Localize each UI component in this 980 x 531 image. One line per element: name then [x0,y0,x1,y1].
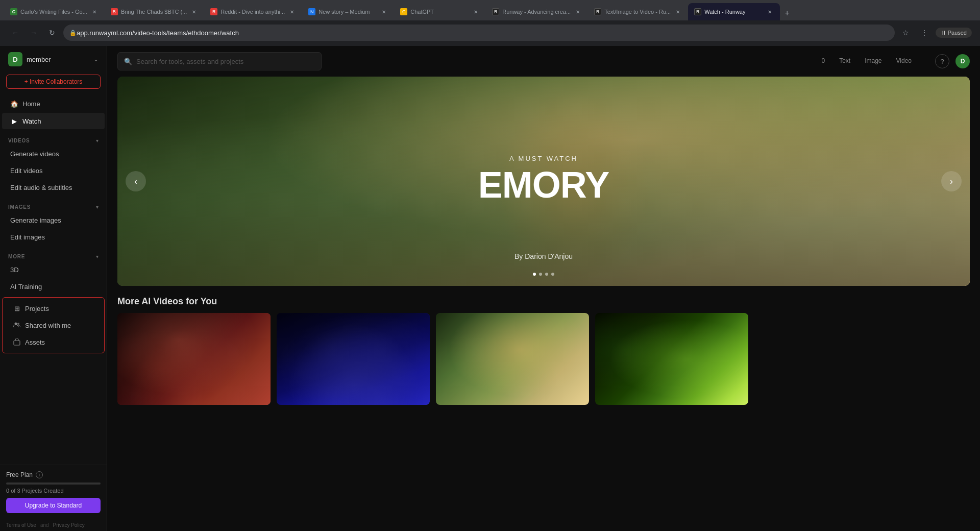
search-box[interactable]: 🔍 [117,52,322,70]
forward-button[interactable]: → [27,26,41,40]
user-avatar[interactable]: D [955,54,970,68]
videos-section-header: VIDEOS ▾ [0,134,107,146]
tab-close-1[interactable]: ✕ [90,8,99,16]
filter-tab-text[interactable]: Text [832,55,857,67]
hero-text: A MUST WATCH EMORY [478,155,609,203]
tab-close-7[interactable]: ✕ [674,8,682,16]
browser-tab-4[interactable]: N New story – Medium ✕ [302,3,394,20]
sidebar-item-generate-videos[interactable]: Generate videos [2,146,105,162]
images-section-label: IMAGES [8,204,31,210]
video-card-2[interactable]: ▶ [277,313,430,405]
browser-tab-3[interactable]: R Reddit - Dive into anythi... ✕ [204,3,302,20]
sidebar: D member ⌄ + Invite Collaborators 🏠 Home… [0,46,107,531]
sidebar-item-shared[interactable]: Shared with me [5,317,102,333]
main-content: 🔍 0 Text Image Video ? D [107,46,980,531]
bookmark-star[interactable]: ☆ [899,26,913,40]
video-card-4[interactable]: ▶ [595,313,748,405]
hero-dots [533,273,554,276]
video-overlay-bg-1 [117,313,271,405]
tab-close-6[interactable]: ✕ [574,8,582,16]
tab-text-3: Reddit - Dive into anythi... [220,9,285,15]
free-plan-row: Free Plan i [6,471,101,478]
upgrade-button[interactable]: Upgrade to Standard [6,498,101,513]
generate-videos-label: Generate videos [10,150,59,158]
more-section-toggle[interactable]: ▾ [96,254,99,259]
search-icon: 🔍 [124,58,132,65]
images-section-toggle[interactable]: ▾ [96,204,99,210]
browser-tab-1[interactable]: C Carlo's Writing Files - Go... ✕ [4,3,105,20]
browser-menu[interactable]: ⋮ [917,26,932,40]
hero-dot-2[interactable] [539,273,542,276]
sidebar-item-home[interactable]: 🏠 Home [2,95,105,112]
tab-favicon-2: B [111,8,118,15]
tab-text-5: ChatGPT [410,9,469,15]
play-icon: ▶ [10,117,18,125]
filter-tab-all[interactable]: 0 [814,55,832,67]
tab-favicon-7: R [594,8,601,15]
video-overlay-bg-4 [595,313,748,405]
sidebar-item-edit-videos[interactable]: Edit videos [2,163,105,179]
hero-subtitle: A MUST WATCH [478,155,609,162]
video-overlay-bg-2 [277,313,430,405]
browser-tab-7[interactable]: R Text/Image to Video - Ru... ✕ [588,3,688,20]
sidebar-item-projects[interactable]: ⊞ Projects [5,300,102,317]
browser-tab-6[interactable]: R Runway - Advancing crea... ✕ [486,3,588,20]
video-bg-1 [117,313,271,405]
videos-section-toggle[interactable]: ▾ [96,138,99,143]
top-bar-right: ? D [935,54,970,68]
back-button[interactable]: ← [8,26,22,40]
address-bar[interactable]: 🔒 app.runwayml.com/video-tools/teams/eth… [63,25,895,41]
sidebar-item-watch[interactable]: ▶ Watch [2,113,105,129]
video-card-3[interactable]: ▶ [436,313,589,405]
3d-label: 3D [10,266,19,274]
edit-videos-label: Edit videos [10,167,43,175]
sidebar-item-edit-images[interactable]: Edit images [2,229,105,245]
filter-tab-image[interactable]: Image [857,55,889,67]
privacy-link[interactable]: Privacy Policy [53,522,85,528]
browser-tab-5[interactable]: C ChatGPT ✕ [394,3,486,20]
tab-close-3[interactable]: ✕ [288,8,296,16]
new-tab-button[interactable]: + [780,6,794,20]
help-button[interactable]: ? [935,54,949,68]
search-input[interactable] [136,58,315,65]
sidebar-home-label: Home [22,100,40,108]
tab-text-1: Carlo's Writing Files - Go... [20,9,87,15]
plan-info-icon[interactable]: i [36,471,43,478]
tab-text-6: Runway - Advancing crea... [502,9,571,15]
url-text: app.runwayml.com/video-tools/teams/ethdo… [77,29,239,37]
hero-next-button[interactable]: › [941,171,962,191]
tab-favicon-3: R [210,8,217,15]
hero-dot-4[interactable] [551,273,554,276]
tab-close-8[interactable]: ✕ [766,8,774,16]
tab-favicon-4: N [308,8,315,15]
tab-close-2[interactable]: ✕ [190,8,198,16]
sidebar-item-3d[interactable]: 3D [2,262,105,278]
tab-favicon-8: R [694,8,701,15]
more-videos-title: More AI Videos for You [107,286,980,313]
workspace-header[interactable]: D member ⌄ [0,46,107,73]
video-card-1[interactable]: ▶ [117,313,271,405]
sidebar-item-generate-images[interactable]: Generate images [2,212,105,228]
terms-link[interactable]: Terms of Use [6,522,36,528]
sidebar-item-assets[interactable]: Assets [5,334,102,350]
tab-close-5[interactable]: ✕ [472,8,480,16]
tab-close-4[interactable]: ✕ [380,8,388,16]
assets-icon [13,338,21,346]
lock-icon: 🔒 [69,30,77,36]
reload-button[interactable]: ↻ [45,26,59,40]
workspace-avatar: D [8,52,22,66]
svg-point-1 [17,323,19,325]
generate-images-label: Generate images [10,216,61,224]
filter-tab-video[interactable]: Video [889,55,919,67]
sidebar-item-edit-audio[interactable]: Edit audio & subtitles [2,180,105,196]
sidebar-item-ai-training[interactable]: AI Training [2,279,105,295]
browser-tab-2[interactable]: B Bring The Chads $BTC (... ✕ [105,3,204,20]
play-button-2: ▶ [343,349,363,369]
invite-collaborators-button[interactable]: + Invite Collaborators [6,75,101,89]
tab-favicon-5: C [400,8,407,15]
paused-badge[interactable]: ⏸ Paused [936,28,972,38]
hero-prev-button[interactable]: ‹ [126,171,146,191]
hero-dot-1[interactable] [533,273,536,276]
hero-dot-3[interactable] [545,273,548,276]
browser-tab-8[interactable]: R Watch - Runway ✕ [688,3,780,20]
